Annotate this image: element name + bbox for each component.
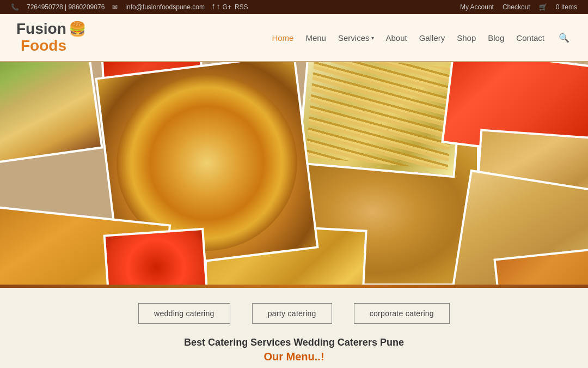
nav-services-label: Services (338, 33, 370, 43)
corporate-catering-button[interactable]: corporate catering (354, 303, 450, 324)
cart-items-link[interactable]: 0 Items (556, 3, 577, 11)
top-bar-account: My Account Checkout 🛒 0 Items (460, 3, 577, 11)
logo-food-icon: 🍔 (69, 21, 86, 37)
googleplus-icon[interactable]: G+ (223, 3, 231, 11)
social-icons: f t G+ RSS (212, 3, 248, 11)
logo-text-fusion: Fusion (16, 21, 66, 38)
nav-contact[interactable]: Contact (516, 33, 544, 43)
rss-icon[interactable]: RSS (235, 3, 248, 11)
hero-section (0, 62, 588, 285)
phone2[interactable]: 9860209076 (69, 3, 105, 11)
wedding-catering-button[interactable]: wedding catering (138, 303, 230, 324)
search-button[interactable]: 🔍 (556, 31, 572, 45)
logo[interactable]: Fusion 🍔 Foods (16, 21, 86, 55)
tagline-section: Best Catering Services Wedding Caterers … (16, 337, 572, 363)
below-hero-section: wedding catering party catering corporat… (0, 288, 588, 368)
phone-numbers: 7264950728 | 9860209076 (27, 3, 105, 11)
facebook-icon[interactable]: f (212, 3, 214, 11)
party-catering-button[interactable]: party catering (252, 303, 332, 324)
phone1[interactable]: 7264950728 (27, 3, 63, 11)
nav-shop[interactable]: Shop (457, 33, 476, 43)
nav-services[interactable]: Services ▾ (338, 33, 374, 43)
separator: | (65, 3, 66, 11)
header: Fusion 🍔 Foods Home Menu Services ▾ Abou… (0, 14, 588, 62)
collage-tile-sauce2 (103, 228, 210, 285)
checkout-link[interactable]: Checkout (503, 3, 530, 11)
top-bar-contact: 📞 7264950728 | 9860209076 ✉ info@fusionf… (11, 3, 248, 11)
nav-gallery[interactable]: Gallery (419, 33, 445, 43)
logo-fusion: Fusion 🍔 (16, 21, 86, 38)
main-nav: Home Menu Services ▾ About Gallery Shop … (272, 31, 572, 45)
top-bar: 📞 7264950728 | 9860209076 ✉ info@fusionf… (0, 0, 588, 14)
nav-home[interactable]: Home (272, 33, 293, 43)
nav-blog[interactable]: Blog (488, 33, 504, 43)
twitter-icon[interactable]: t (217, 3, 219, 11)
logo-text-foods: Foods (21, 38, 66, 55)
food-collage (0, 62, 588, 285)
cart-icon: 🛒 (539, 3, 547, 11)
cta-buttons-group: wedding catering party catering corporat… (16, 303, 572, 324)
nav-menu[interactable]: Menu (305, 33, 326, 43)
main-tagline: Best Catering Services Wedding Caterers … (16, 337, 572, 348)
sub-tagline: Our Menu..! (16, 351, 572, 363)
email-icon: ✉ (112, 3, 118, 11)
nav-about[interactable]: About (386, 33, 407, 43)
collage-tile-springrolls (0, 62, 103, 164)
collage-tile-fries (297, 62, 465, 178)
phone-icon: 📞 (11, 3, 19, 11)
chevron-down-icon: ▾ (371, 35, 374, 41)
email-link[interactable]: info@fusionfoodspune.com (125, 3, 205, 11)
fries-detail (305, 62, 456, 170)
my-account-link[interactable]: My Account (460, 3, 494, 11)
